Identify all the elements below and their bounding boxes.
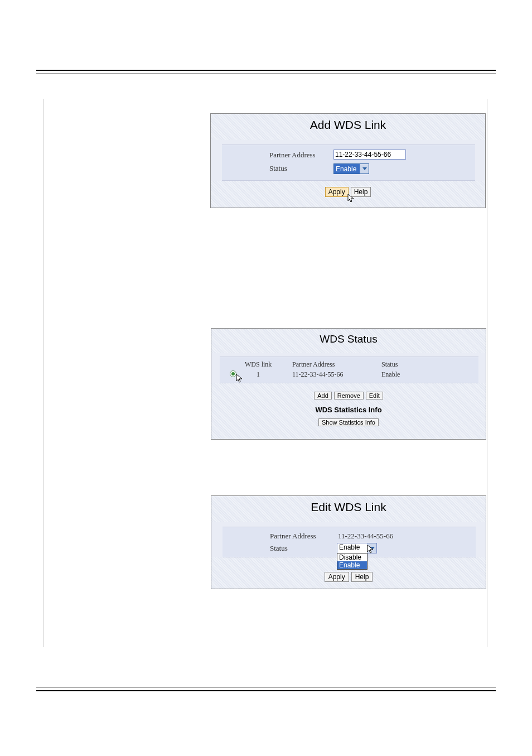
cursor-icon <box>236 374 244 384</box>
partner-address-input[interactable] <box>333 150 406 160</box>
page-bottom-thin-rule <box>36 687 496 688</box>
row-status-value: Enable <box>381 370 400 379</box>
col-wds-link-header: WDS link <box>245 360 272 369</box>
help-button[interactable]: Help <box>351 572 373 582</box>
status-dropdown-list[interactable]: Disable Enable <box>337 553 367 570</box>
stats-buttons: Show Statistics Info <box>211 417 486 427</box>
svg-marker-0 <box>362 167 367 170</box>
cursor-icon <box>347 194 355 204</box>
row-partner-value: 11-22-33-44-55-66 <box>292 370 344 379</box>
add-button[interactable]: Add <box>314 392 332 399</box>
option-disable[interactable]: Disable <box>337 553 367 561</box>
row-link-value: 1 <box>257 370 260 379</box>
page-top-thin-rule <box>36 73 496 74</box>
table-buttons: Add Remove Edit <box>211 390 486 400</box>
panel-buttons: Apply Help <box>211 571 486 582</box>
panel-title: Add WDS Link <box>211 118 485 132</box>
status-table: WDS link Partner Address Status 1 11-22-… <box>220 357 478 383</box>
remove-button[interactable]: Remove <box>334 392 364 399</box>
page-bottom-rule <box>36 690 496 691</box>
page-top-rule <box>36 70 496 71</box>
status-select-value: Enable <box>336 165 356 173</box>
panel-title: WDS Status <box>211 333 486 345</box>
col-status-header: Status <box>381 360 398 369</box>
partner-address-label: Partner Address <box>270 532 316 541</box>
chevron-down-icon <box>360 164 369 174</box>
col-partner-header: Partner Address <box>292 360 335 369</box>
status-select[interactable]: Enable <box>333 163 369 174</box>
wds-status-panel: WDS Status WDS link Partner Address Stat… <box>211 328 486 440</box>
apply-button[interactable]: Apply <box>325 572 349 582</box>
radio-dot-icon <box>231 372 235 375</box>
edit-button[interactable]: Edit <box>366 392 383 399</box>
status-label: Status <box>269 164 287 173</box>
panel-title: Edit WDS Link <box>211 500 486 514</box>
edit-wds-link-panel: Edit WDS Link Partner Address 11-22-33-4… <box>211 495 486 589</box>
option-enable[interactable]: Enable <box>337 561 367 569</box>
partner-address-label: Partner Address <box>269 151 316 160</box>
status-label: Status <box>270 544 288 553</box>
status-select-value: Enable <box>339 543 360 551</box>
partner-address-value: 11-22-33-44-55-66 <box>338 532 393 541</box>
stats-subtitle: WDS Statistics Info <box>211 406 486 414</box>
cursor-icon <box>367 545 375 555</box>
show-statistics-button[interactable]: Show Statistics Info <box>318 418 379 426</box>
apply-button[interactable]: Apply <box>325 187 349 197</box>
panel-form: Partner Address Status Enable <box>222 145 475 181</box>
